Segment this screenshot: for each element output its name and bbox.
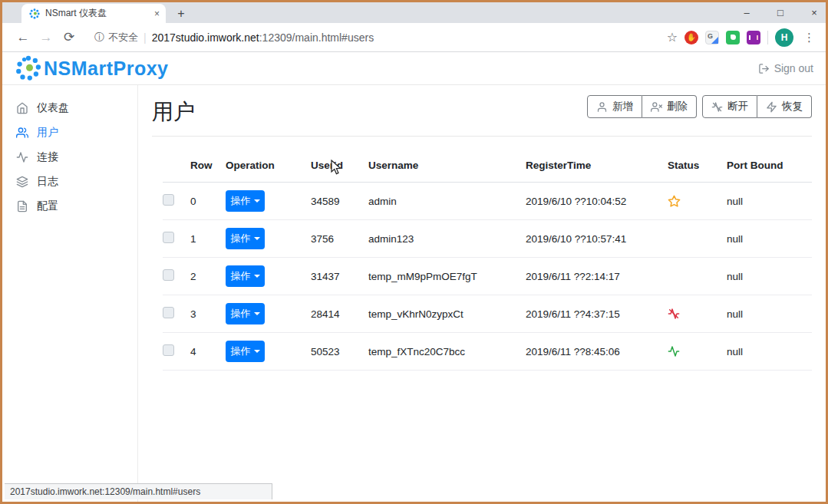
sidebar-item-config[interactable]: 配置 xyxy=(2,194,137,219)
add-user-button[interactable]: 新增 xyxy=(587,95,642,118)
status-cell xyxy=(668,195,727,208)
delete-user-label: 删除 xyxy=(667,100,688,114)
sidebar-item-logs[interactable]: 日志 xyxy=(2,170,137,194)
browser-menu-icon[interactable]: ⋮ xyxy=(800,31,818,44)
port-bound-cell: null xyxy=(727,271,812,282)
port-bound-cell: null xyxy=(727,196,812,207)
sidebar-item-users[interactable]: 用户 xyxy=(2,120,137,145)
table-row: 1 操作 3756 admin123 2019/6/10 ??10:57:41 … xyxy=(163,220,812,258)
caret-down-icon xyxy=(254,350,260,353)
row-checkbox[interactable] xyxy=(163,344,174,356)
main-content: 用户 新增 删除 xyxy=(138,85,826,502)
tab-close-icon[interactable]: × xyxy=(154,8,160,19)
omnibox-separator: | xyxy=(143,31,147,44)
col-portbound: Port Bound xyxy=(727,160,812,171)
row-checkbox[interactable] xyxy=(163,232,174,243)
info-icon[interactable]: ⓘ xyxy=(94,31,104,44)
row-checkbox[interactable] xyxy=(163,269,174,281)
row-index: 1 xyxy=(190,233,226,245)
window-maximize-button[interactable]: □ xyxy=(775,7,786,18)
adblock-extension-icon[interactable]: ✋ xyxy=(685,31,698,44)
disconnect-button[interactable]: 断开 xyxy=(702,95,757,118)
profile-avatar[interactable]: H xyxy=(775,28,793,47)
table-row: 3 操作 28414 temp_vKhrN0zypxCt 2019/6/11 ?… xyxy=(163,295,812,333)
url-path: :12309/main.html#users xyxy=(259,31,374,44)
userid-cell: 3756 xyxy=(311,233,368,245)
sign-out-button[interactable]: Sign out xyxy=(758,62,813,74)
caret-down-icon xyxy=(254,275,260,278)
back-icon[interactable]: ← xyxy=(13,30,33,45)
browser-tab[interactable]: NSmart 仪表盘 × xyxy=(21,4,166,23)
browser-status-bar: 2017studio.imwork.net:12309/main.html#us… xyxy=(5,483,272,499)
address-bar[interactable]: ⓘ 不安全 | 2017studio.imwork.net:12309/main… xyxy=(82,31,664,44)
delete-user-button[interactable]: 删除 xyxy=(642,95,697,118)
row-index: 0 xyxy=(190,196,226,207)
app-logo: NSMartProxy xyxy=(15,54,169,82)
forward-icon: → xyxy=(36,30,56,45)
sidebar-item-dashboard[interactable]: 仪表盘 xyxy=(2,96,137,120)
connected-status-icon xyxy=(668,345,680,357)
row-checkbox[interactable] xyxy=(163,307,174,318)
sidebar-item-label: 用户 xyxy=(37,126,58,140)
table-row: 4 操作 50523 temp_fXTnc20C7bcc 2019/6/11 ?… xyxy=(163,333,812,371)
nsmartproxy-logo-icon xyxy=(15,54,42,82)
sidebar-item-label: 配置 xyxy=(37,199,58,213)
window-close-button[interactable]: × xyxy=(809,7,820,18)
toolbar-separator xyxy=(767,31,768,44)
purple-extension-icon[interactable] xyxy=(747,31,760,44)
sidebar-item-connections[interactable]: 连接 xyxy=(2,145,137,170)
username-cell: temp_fXTnc20C7bcc xyxy=(368,346,526,357)
operation-button[interactable]: 操作 xyxy=(226,190,265,212)
register-time-cell: 2019/6/11 ??8:45:06 xyxy=(526,346,668,357)
row-checkbox[interactable] xyxy=(163,194,174,206)
table-body: 0 操作 34589 admin 2019/6/10 ??10:04:52 nu… xyxy=(163,183,812,371)
operation-button[interactable]: 操作 xyxy=(226,303,265,324)
operation-button[interactable]: 操作 xyxy=(226,265,265,287)
new-tab-button[interactable]: + xyxy=(173,7,190,21)
username-cell: admin xyxy=(368,196,526,207)
col-row: Row xyxy=(190,160,226,171)
status-cell xyxy=(668,308,727,320)
col-status: Status xyxy=(668,160,727,171)
operation-button-label: 操作 xyxy=(231,269,251,283)
col-username: Username xyxy=(368,160,526,171)
bookmark-star-icon[interactable]: ☆ xyxy=(667,30,678,44)
browser-titlebar: NSmart 仪表盘 × + – □ × xyxy=(2,2,826,23)
add-user-label: 新增 xyxy=(612,100,633,114)
register-time-cell: 2019/6/11 ??4:37:15 xyxy=(526,308,668,320)
evernote-extension-icon[interactable] xyxy=(726,31,740,44)
col-registertime: RegisterTime xyxy=(526,160,668,171)
table-header-row: Row Operation Userid Username RegisterTi… xyxy=(163,153,812,183)
sign-out-label: Sign out xyxy=(774,62,813,74)
app-title: NSMartProxy xyxy=(44,58,169,80)
row-index: 3 xyxy=(190,308,226,320)
operation-button[interactable]: 操作 xyxy=(226,228,265,249)
app-header: NSMartProxy Sign out xyxy=(2,52,826,85)
translate-extension-icon[interactable]: G xyxy=(705,31,719,44)
register-time-cell: 2019/6/11 ??2:14:17 xyxy=(526,271,668,282)
star-status-icon xyxy=(668,195,681,208)
username-cell: temp_mM9pPmOE7fgT xyxy=(368,271,526,282)
operation-button[interactable]: 操作 xyxy=(226,341,265,362)
window-minimize-button[interactable]: – xyxy=(741,7,752,18)
sidebar-item-label: 仪表盘 xyxy=(37,101,69,115)
row-index: 2 xyxy=(190,271,226,282)
table-row: 0 操作 34589 admin 2019/6/10 ??10:04:52 nu… xyxy=(163,183,812,220)
restore-button[interactable]: 恢复 xyxy=(757,95,812,118)
security-label: 不安全 xyxy=(108,31,138,44)
username-cell: temp_vKhrN0zypxCt xyxy=(368,308,526,320)
row-index: 4 xyxy=(190,346,226,357)
tab-title: NSmart 仪表盘 xyxy=(45,7,149,20)
disconnected-status-icon xyxy=(668,308,680,320)
disconnect-icon xyxy=(711,101,723,113)
users-icon xyxy=(16,127,28,139)
home-icon xyxy=(16,102,28,114)
layers-icon xyxy=(16,176,28,188)
status-bar-url: 2017studio.imwork.net:12309/main.html#us… xyxy=(10,486,200,497)
refresh-icon[interactable]: ⟳ xyxy=(59,29,79,45)
userid-cell: 28414 xyxy=(311,308,368,320)
favicon-nsmartproxy-icon xyxy=(29,8,40,19)
user-icon xyxy=(596,101,608,113)
caret-down-icon xyxy=(254,199,260,203)
status-cell xyxy=(668,345,727,357)
